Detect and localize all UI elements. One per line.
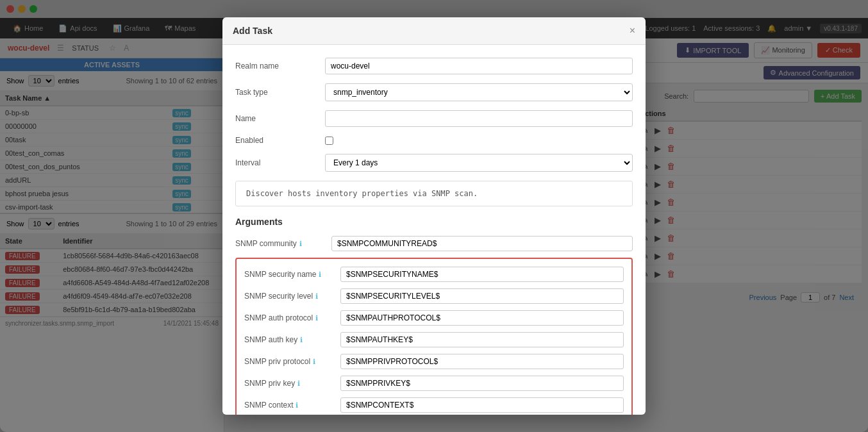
- name-input[interactable]: [325, 110, 633, 127]
- arg-row-auth-key: SNMP auth key ℹ: [244, 332, 624, 347]
- enabled-checkbox[interactable]: [325, 137, 333, 145]
- modal-title: Add Task: [233, 26, 272, 36]
- arg-row-security-level: SNMP security level ℹ: [244, 288, 624, 304]
- info-icon-security-level[interactable]: ℹ: [315, 292, 318, 301]
- name-label: Name: [235, 114, 325, 123]
- arg-row-priv-key: SNMP priv key ℹ: [244, 376, 624, 391]
- arg-row-priv-protocol: SNMP priv protocol ℹ: [244, 354, 624, 369]
- info-icon-auth-key[interactable]: ℹ: [300, 336, 303, 344]
- interval-row: Interval Every 1 days: [235, 154, 633, 172]
- task-type-select[interactable]: snmp_inventory: [325, 83, 633, 101]
- arg-input-security-name[interactable]: [340, 267, 624, 282]
- task-type-row: Task type snmp_inventory: [235, 83, 633, 101]
- modal-header: Add Task ×: [222, 17, 646, 45]
- realm-name-row: Realm name: [235, 58, 633, 74]
- realm-name-input[interactable]: [325, 58, 633, 74]
- arg-input-context[interactable]: [340, 397, 624, 413]
- interval-label: Interval: [235, 158, 325, 167]
- info-icon-priv-protocol[interactable]: ℹ: [313, 358, 315, 366]
- modal-close-button[interactable]: ×: [630, 25, 635, 37]
- arg-row-security-name: SNMP security name ℹ: [244, 267, 624, 282]
- modal-overlay: Add Task × Realm name Task type snmp_inv…: [0, 0, 868, 432]
- arg-row-snmp-community: SNMP community ℹ: [235, 236, 633, 251]
- arg-row-auth-protocol: SNMP auth protocol ℹ: [244, 310, 624, 326]
- info-icon-priv-key[interactable]: ℹ: [297, 379, 300, 388]
- arg-row-context: SNMP context ℹ: [244, 397, 624, 413]
- arg-label-snmp-community: SNMP community ℹ: [235, 239, 331, 248]
- info-icon-context[interactable]: ℹ: [296, 401, 298, 410]
- info-icon-community[interactable]: ℹ: [299, 240, 302, 248]
- name-row: Name: [235, 110, 633, 127]
- arg-input-priv-protocol[interactable]: [340, 354, 624, 369]
- arg-input-auth-protocol[interactable]: [340, 310, 624, 326]
- realm-name-label: Realm name: [235, 62, 325, 71]
- arg-input-priv-key[interactable]: [340, 376, 624, 391]
- description-box: Discover hosts inventory properties via …: [235, 181, 633, 206]
- task-type-label: Task type: [235, 88, 325, 97]
- info-icon-auth-protocol[interactable]: ℹ: [315, 314, 318, 322]
- add-task-modal: Add Task × Realm name Task type snmp_inv…: [222, 17, 646, 415]
- arg-input-snmp-community[interactable]: [331, 236, 633, 251]
- interval-select[interactable]: Every 1 days: [325, 154, 633, 172]
- enabled-label: Enabled: [235, 136, 325, 145]
- modal-body: Realm name Task type snmp_inventory Name…: [222, 45, 646, 415]
- arg-input-security-level[interactable]: [340, 288, 624, 304]
- arg-input-auth-key[interactable]: [340, 332, 624, 347]
- highlighted-args-section: SNMP security name ℹ SNMP security level…: [235, 258, 633, 415]
- enabled-row: Enabled: [235, 136, 633, 145]
- info-icon-security-name[interactable]: ℹ: [319, 270, 321, 279]
- arguments-title: Arguments: [235, 217, 633, 227]
